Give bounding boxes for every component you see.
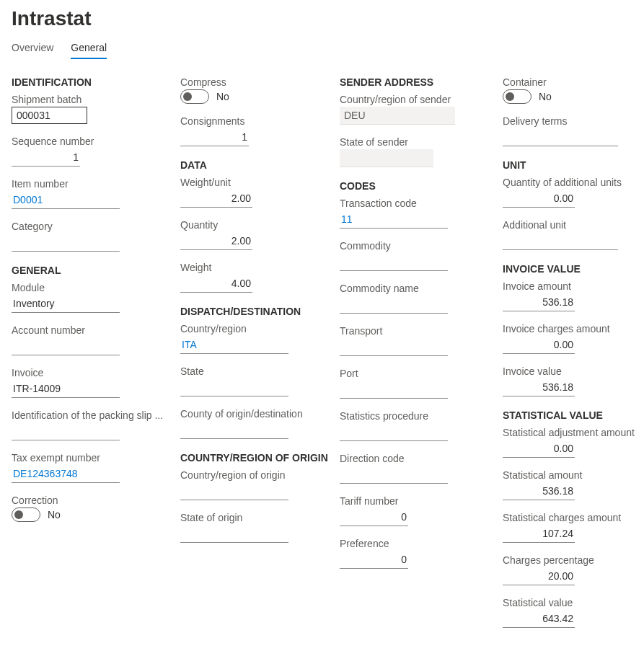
tariff-number-label: Tariff number [340,495,491,507]
charges-pct-label: Charges percentage [503,554,636,566]
port-input[interactable] [340,381,448,399]
shipment-batch-label: Shipment batch [12,94,169,105]
qty-add-units-label: Quantity of additional units [503,177,636,188]
additional-unit-input[interactable] [503,232,618,250]
delivery-terms-input[interactable] [503,128,618,146]
quantity-label: Quantity [180,219,328,231]
section-codes: CODES [340,180,491,192]
weight-input[interactable] [180,275,252,293]
transport-input[interactable] [340,338,448,356]
section-statistical-value: STATISTICAL VALUE [503,409,636,421]
section-data: DATA [180,159,328,171]
section-general: GENERAL [12,265,169,276]
module-label: Module [12,282,169,293]
invoice-label: Invoice [12,367,169,378]
stat-adj-input[interactable] [503,440,575,458]
stat-charges-input[interactable] [503,525,575,543]
tax-exempt-input[interactable] [12,465,120,483]
category-input[interactable] [12,234,120,252]
qty-add-units-input[interactable] [503,190,575,208]
item-number-input[interactable] [12,191,120,209]
state-input[interactable] [180,378,288,396]
state-label: State [180,365,328,377]
container-toggle[interactable] [503,89,531,104]
invoice-value-label: Invoice value [503,365,636,377]
compress-value: No [216,91,229,102]
delivery-terms-label: Delivery terms [503,115,636,127]
invoice-value-input[interactable] [503,378,575,396]
preference-label: Preference [340,538,491,549]
correction-toggle[interactable] [12,507,40,522]
weight-unit-input[interactable] [180,190,252,208]
commodity-label: Commodity [340,240,491,252]
invoice-amount-input[interactable] [503,293,575,311]
state-origin-input[interactable] [180,525,288,543]
page-title: Intrastat [12,7,632,30]
consignments-input[interactable] [180,128,249,146]
port-label: Port [340,368,491,379]
tabs: Overview General [12,42,632,59]
shipment-batch-input[interactable] [12,107,87,124]
country-region-input[interactable] [180,336,288,354]
account-number-label: Account number [12,324,169,336]
state-sender-label: State of sender [340,136,491,148]
sequence-number-input[interactable] [12,149,80,167]
packing-slip-input[interactable] [12,422,120,440]
stat-value-input[interactable] [503,610,575,628]
account-number-input[interactable] [12,337,120,355]
category-label: Category [12,221,169,232]
preference-input[interactable] [340,551,408,569]
transaction-code-label: Transaction code [340,198,491,209]
compress-label: Compress [180,76,328,88]
tab-general[interactable]: General [71,42,107,59]
correction-label: Correction [12,495,169,506]
country-region-origin-label: Country/region of origin [180,469,328,481]
weight-label: Weight [180,262,328,273]
item-number-label: Item number [12,178,169,190]
state-sender-input [340,149,433,167]
stat-charges-label: Statistical charges amount [503,512,636,523]
correction-value: No [48,509,61,520]
country-region-origin-input[interactable] [180,482,288,500]
commodity-name-input[interactable] [340,296,448,314]
county-origin-input[interactable] [180,421,288,439]
module-input[interactable] [12,295,120,313]
container-label: Container [503,76,636,88]
invoice-charges-label: Invoice charges amount [503,323,636,334]
statistics-procedure-label: Statistics procedure [340,410,491,422]
stat-adj-label: Statistical adjustment amount [503,427,636,438]
transport-label: Transport [340,325,491,337]
charges-pct-input[interactable] [503,567,575,585]
sequence-number-label: Sequence number [12,136,169,147]
stat-amount-input[interactable] [503,482,575,500]
stat-value-label: Statistical value [503,597,636,608]
section-invoice-value: INVOICE VALUE [503,263,636,275]
section-sender-address: SENDER ADDRESS [340,76,491,88]
statistics-procedure-input[interactable] [340,423,448,441]
invoice-amount-label: Invoice amount [503,280,636,292]
invoice-charges-input[interactable] [503,336,575,354]
country-region-label: Country/region [180,323,328,334]
consignments-label: Consignments [180,115,328,127]
country-sender-label: Country/region of sender [340,94,491,105]
invoice-input[interactable] [12,380,120,398]
state-origin-label: State of origin [180,512,328,523]
weight-unit-label: Weight/unit [180,177,328,188]
section-dispatch: DISPATCH/DESTINATION [180,306,328,317]
transaction-code-input[interactable] [340,210,448,229]
commodity-input[interactable] [340,253,448,271]
quantity-input[interactable] [180,232,252,250]
section-unit: UNIT [503,159,636,171]
tariff-number-input[interactable] [340,508,408,526]
country-sender-input [340,107,455,125]
tax-exempt-label: Tax exempt number [12,452,169,464]
direction-code-input[interactable] [340,466,448,484]
section-identification: IDENTIFICATION [12,76,169,88]
stat-amount-label: Statistical amount [503,469,636,481]
county-origin-label: County of origin/destination [180,408,328,420]
direction-code-label: Direction code [340,453,491,464]
container-value: No [539,91,552,102]
additional-unit-label: Additional unit [503,219,636,231]
tab-overview[interactable]: Overview [12,42,53,59]
compress-toggle[interactable] [180,89,209,104]
